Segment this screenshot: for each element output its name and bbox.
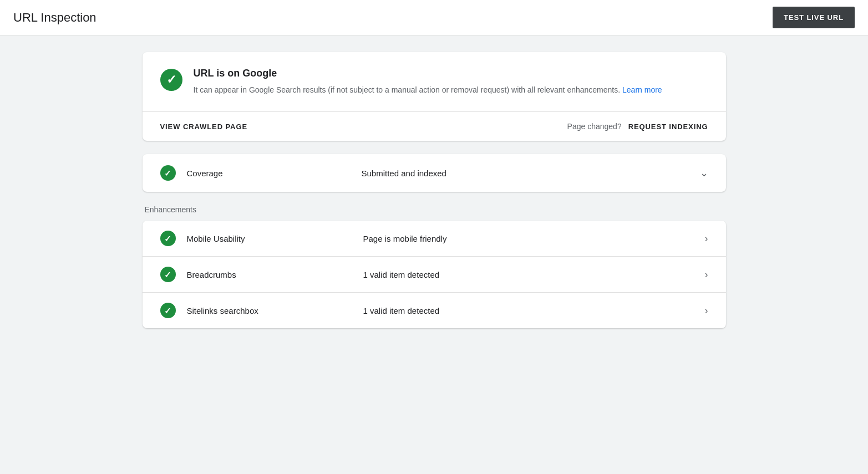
status-text-block: URL is on Google It can appear in Google… [194, 68, 708, 96]
breadcrumbs-check-icon: ✓ [160, 267, 176, 282]
enhancement-mobile-usability[interactable]: ✓ Mobile Usability Page is mobile friend… [143, 221, 726, 256]
main-content: ✓ URL is on Google It can appear in Goog… [129, 52, 739, 328]
mobile-usability-status: Page is mobile friendly [363, 234, 694, 243]
breadcrumbs-label: Breadcrumbs [187, 270, 352, 279]
enhancements-title: Enhancements [143, 205, 726, 214]
learn-more-link[interactable]: Learn more [622, 85, 662, 94]
request-indexing-group: Page changed? REQUEST INDEXING [567, 122, 708, 131]
enhancements-card: ✓ Mobile Usability Page is mobile friend… [143, 221, 726, 328]
coverage-card: ✓ Coverage Submitted and indexed ⌄ [143, 154, 726, 192]
sitelinks-check-icon: ✓ [160, 303, 176, 318]
status-check-icon: ✓ [160, 69, 182, 91]
breadcrumbs-chevron-right-icon: › [705, 269, 708, 281]
request-indexing-button[interactable]: REQUEST INDEXING [628, 123, 708, 131]
actions-section: VIEW CRAWLED PAGE Page changed? REQUEST … [143, 112, 726, 141]
coverage-chevron-down-icon[interactable]: ⌄ [700, 167, 708, 179]
sitelinks-chevron-right-icon: › [705, 305, 708, 317]
status-section: ✓ URL is on Google It can appear in Goog… [143, 52, 726, 112]
page-title: URL Inspection [13, 11, 97, 25]
breadcrumbs-status: 1 valid item detected [363, 270, 694, 279]
coverage-status: Submitted and indexed [362, 169, 689, 178]
coverage-label: Coverage [187, 169, 351, 178]
page-changed-text: Page changed? [567, 122, 622, 131]
enhancement-sitelinks-searchbox[interactable]: ✓ Sitelinks searchbox 1 valid item detec… [143, 292, 726, 328]
view-crawled-button[interactable]: VIEW CRAWLED PAGE [160, 123, 248, 131]
mobile-usability-chevron-right-icon: › [705, 233, 708, 244]
enhancements-section: Enhancements ✓ Mobile Usability Page is … [143, 205, 726, 328]
status-card: ✓ URL is on Google It can appear in Goog… [143, 52, 726, 141]
sitelinks-status: 1 valid item detected [363, 306, 694, 315]
mobile-usability-label: Mobile Usability [187, 234, 352, 243]
test-live-url-button[interactable]: TEST LIVE URL [773, 7, 855, 28]
status-description: It can appear in Google Search results (… [194, 84, 708, 96]
sitelinks-label: Sitelinks searchbox [187, 306, 352, 315]
coverage-row[interactable]: ✓ Coverage Submitted and indexed ⌄ [143, 154, 726, 192]
header: URL Inspection TEST LIVE URL [0, 0, 868, 35]
enhancement-breadcrumbs[interactable]: ✓ Breadcrumbs 1 valid item detected › [143, 256, 726, 292]
status-title: URL is on Google [194, 68, 708, 79]
coverage-check-icon: ✓ [160, 165, 176, 181]
mobile-usability-check-icon: ✓ [160, 231, 176, 246]
